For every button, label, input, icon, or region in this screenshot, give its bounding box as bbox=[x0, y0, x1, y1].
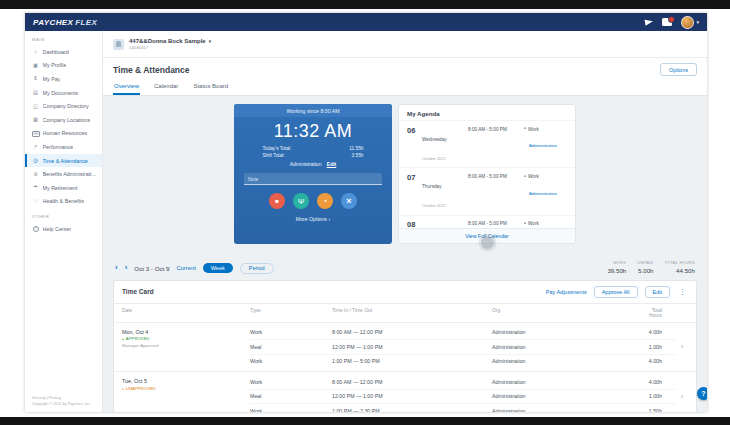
current-button[interactable]: Current bbox=[176, 265, 195, 271]
sidebar-item-my-documents[interactable]: ▤ My Documents bbox=[25, 86, 102, 100]
tab-overview[interactable]: Overview bbox=[113, 81, 140, 95]
top-nav-bar: PAYCHEXFLEX ▾ bbox=[25, 13, 707, 31]
hr-icon: HR bbox=[32, 131, 39, 136]
send-icon[interactable] bbox=[645, 18, 654, 25]
company-meta: 447&&Donna Bock Sample ▾ 14036417 bbox=[129, 38, 211, 51]
agenda-item[interactable]: 07 ThursdayOctober 2021 8:00 AM - 5:00 P… bbox=[399, 167, 575, 214]
sidebar-section-main: MAIN bbox=[25, 31, 102, 45]
sidebar-item-company-directory[interactable]: ◫ Company Directory bbox=[25, 99, 102, 113]
sidebar-item-performance[interactable]: ↗ Performance bbox=[25, 140, 102, 154]
logo-paychex: PAYCHEX bbox=[33, 18, 73, 27]
logo-flex: FLEX bbox=[75, 18, 97, 27]
topbar-icons: ▾ bbox=[645, 16, 699, 29]
caret-down-icon: ▾ bbox=[696, 20, 699, 25]
overview-cards: Working since 8:00 AM 11:32 AM Today's T… bbox=[113, 104, 697, 244]
clock-widget-card: Working since 8:00 AM 11:32 AM Today's T… bbox=[234, 104, 392, 244]
work-hours-value: 39.50h bbox=[607, 267, 626, 274]
user-avatar bbox=[681, 16, 694, 29]
sidebar-item-dashboard[interactable]: ⌂ Dashboard bbox=[25, 45, 102, 59]
note-input[interactable] bbox=[244, 173, 382, 185]
main-area: 447&&Donna Bock Sample ▾ 14036417 Time &… bbox=[103, 31, 707, 412]
table-row[interactable]: Work 1:00 PM — 5:00 PM Administration 4.… bbox=[250, 354, 676, 369]
transfer-button[interactable]: × bbox=[341, 193, 357, 209]
edit-org-link[interactable]: Edit bbox=[327, 161, 336, 167]
table-row[interactable]: Meal 12:00 PM — 1:00 PM Administration 1… bbox=[250, 389, 676, 404]
document-icon: ▤ bbox=[32, 90, 39, 95]
company-avatar bbox=[113, 39, 124, 50]
table-row[interactable]: Work 1:00 PM — 2:30 PM Administration 1.… bbox=[250, 403, 676, 412]
transfer-icon: × bbox=[346, 196, 351, 206]
agenda-item[interactable]: 08 FridayOctober 2021 8:00 AM - 5:00 PM … bbox=[399, 215, 575, 228]
edit-button[interactable]: Edit bbox=[645, 286, 670, 298]
heart-icon: ♡ bbox=[32, 199, 39, 204]
tab-status-board[interactable]: Status Board bbox=[192, 81, 229, 95]
page-title: Time & Attendance bbox=[113, 65, 190, 75]
col-type: Type bbox=[250, 308, 332, 318]
week-button[interactable]: Week bbox=[203, 263, 233, 273]
my-agenda-card: My Agenda 06 WednesdayOctober 2021 8:00 … bbox=[398, 104, 576, 244]
sidebar-item-health-benefits[interactable]: ♡ Health & Benefits bbox=[25, 195, 102, 209]
group-date: Mon, Oct 4 bbox=[122, 329, 250, 337]
sidebar-section-other: OTHER bbox=[25, 208, 102, 222]
agenda-list: 06 WednesdayOctober 2021 8:00 AM - 5:00 … bbox=[399, 120, 575, 228]
company-id: 14036417 bbox=[129, 45, 211, 50]
time-card-group: Mon, Oct 4 ● APPROVED Manager Approved W… bbox=[114, 323, 696, 373]
utensils-icon: Ψ bbox=[298, 197, 305, 206]
id-card-icon: ▣ bbox=[32, 63, 39, 68]
pay-adjustments-link[interactable]: Pay Adjustments bbox=[546, 289, 587, 295]
meal-button[interactable]: Ψ bbox=[293, 193, 309, 209]
next-week-button[interactable]: › bbox=[125, 264, 128, 272]
tab-calendar[interactable]: Calendar bbox=[153, 81, 179, 95]
todays-total-value: 11.55h bbox=[349, 146, 363, 153]
sidebar-item-company-locations[interactable]: ▦ Company Locations bbox=[25, 113, 102, 127]
total-hours-value: 44.50h bbox=[665, 267, 695, 274]
clock-out-button[interactable]: ■ bbox=[269, 193, 285, 209]
clock-totals: Today's Total: 11.55h Shift Total: 3.55h bbox=[262, 146, 363, 159]
sidebar-item-my-retirement[interactable]: ☂ My Retirement bbox=[25, 181, 102, 195]
video-letterbox-top bbox=[0, 0, 730, 9]
company-selector-bar: 447&&Donna Bock Sample ▾ 14036417 bbox=[103, 31, 707, 58]
prev-week-button[interactable]: ‹ bbox=[115, 264, 118, 272]
todays-total-label: Today's Total: bbox=[262, 146, 291, 153]
chevron-right-icon: › bbox=[328, 216, 330, 222]
paychex-flex-logo[interactable]: PAYCHEXFLEX bbox=[33, 18, 97, 27]
sidebar-item-help-center[interactable]: ? Help Center bbox=[25, 222, 102, 236]
agenda-title: My Agenda bbox=[399, 105, 575, 120]
sidebar-item-benefits-administration[interactable]: ⚙ Benefits Administration bbox=[25, 167, 102, 181]
table-row[interactable]: Meal 12:00 PM — 1:00 PM Administration 1… bbox=[250, 339, 676, 354]
sidebar-item-my-pay[interactable]: $ My Pay bbox=[25, 72, 102, 86]
table-row[interactable]: Work 8:00 AM — 12:00 PM Administration 4… bbox=[250, 375, 676, 389]
caret-down-icon: ▾ bbox=[209, 39, 211, 45]
video-letterbox-bottom bbox=[0, 417, 730, 425]
sidebar-item-time-attendance[interactable]: ◷ Time & Attendance bbox=[25, 154, 102, 168]
approve-all-button[interactable]: Approve All bbox=[594, 286, 638, 298]
period-button[interactable]: Period bbox=[240, 263, 274, 274]
company-selector[interactable]: 447&&Donna Bock Sample ▾ bbox=[129, 38, 211, 46]
expand-row-button[interactable]: › bbox=[676, 375, 688, 412]
expand-row-button[interactable]: › bbox=[676, 326, 688, 369]
col-time: Time In / Time Out bbox=[332, 308, 492, 318]
clock-action-buttons: ■ Ψ ◔ × bbox=[234, 193, 392, 209]
kebab-menu-icon[interactable]: ⋮ bbox=[677, 288, 688, 296]
help-button[interactable]: ? bbox=[697, 387, 707, 400]
agenda-item[interactable]: 06 WednesdayOctober 2021 8:00 AM - 5:00 … bbox=[399, 120, 575, 167]
date-range: Oct 3 - Oct 9 bbox=[134, 265, 169, 272]
sidebar-item-my-profile[interactable]: ▣ My Profile bbox=[25, 59, 102, 73]
cursor-highlight bbox=[481, 236, 494, 249]
table-row[interactable]: Work 8:00 AM — 12:00 PM Administration 4… bbox=[250, 326, 676, 340]
col-date: Date bbox=[122, 308, 250, 318]
inbox-icon[interactable] bbox=[662, 18, 672, 26]
options-button[interactable]: Options bbox=[660, 63, 697, 76]
sidebar-item-human-resources[interactable]: HR Human Resources bbox=[25, 127, 102, 141]
week-navigation: ‹ › Oct 3 - Oct 9 Current Week Period WO… bbox=[113, 260, 697, 274]
time-card-title: Time Card bbox=[122, 288, 154, 295]
more-options-link[interactable]: More Options › bbox=[234, 216, 392, 222]
stop-icon: ■ bbox=[275, 198, 279, 204]
clock-icon: ◷ bbox=[32, 158, 39, 163]
hours-summary: WORK 39.50h UNPAID 5.00h TOTAL HOURS 44.… bbox=[607, 260, 695, 274]
total-hours-label: TOTAL HOURS bbox=[665, 260, 695, 265]
bullet-icon: ● bbox=[524, 127, 526, 131]
break-button[interactable]: ◔ bbox=[317, 193, 333, 209]
unpaid-hours-value: 5.00h bbox=[637, 267, 653, 274]
user-menu[interactable]: ▾ bbox=[681, 16, 699, 29]
